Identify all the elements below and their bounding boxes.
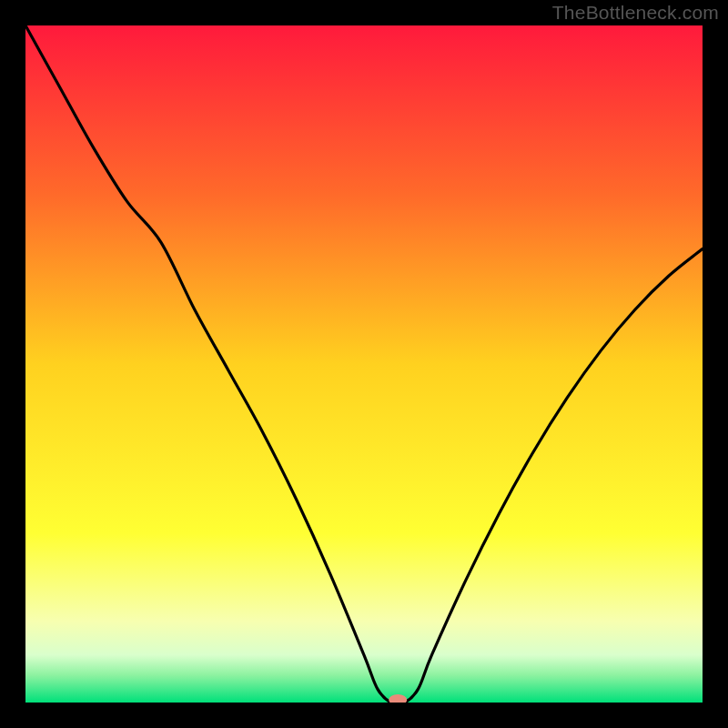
watermark-text: TheBottleneck.com — [552, 2, 719, 24]
chart-frame: TheBottleneck.com — [0, 0, 728, 728]
gradient-background — [25, 25, 703, 703]
plot-svg — [25, 25, 703, 703]
bottleneck-plot — [25, 25, 703, 703]
